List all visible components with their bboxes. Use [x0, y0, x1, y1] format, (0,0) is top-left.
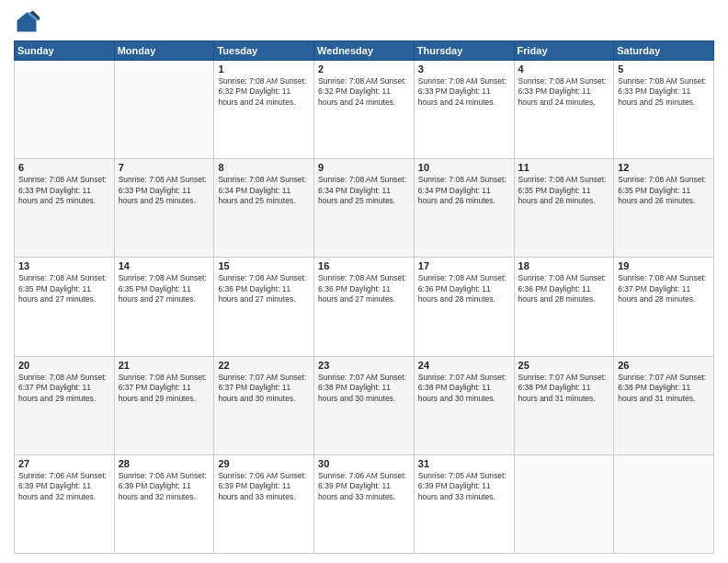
day-number: 29 — [218, 458, 310, 469]
calendar-cell: 7Sunrise: 7:08 AM Sunset: 6:33 PM Daylig… — [114, 159, 214, 258]
logo — [14, 9, 43, 35]
day-info: Sunrise: 7:08 AM Sunset: 6:33 PM Dayligh… — [518, 76, 610, 108]
weekday-header: Wednesday — [314, 41, 415, 61]
day-number: 24 — [418, 360, 510, 371]
day-number: 30 — [318, 458, 410, 469]
calendar-header-row: SundayMondayTuesdayWednesdayThursdayFrid… — [15, 41, 714, 61]
day-info: Sunrise: 7:07 AM Sunset: 6:38 PM Dayligh… — [518, 373, 610, 404]
calendar-cell: 30Sunrise: 7:06 AM Sunset: 6:39 PM Dayli… — [314, 454, 415, 553]
calendar-cell: 14Sunrise: 7:08 AM Sunset: 6:35 PM Dayli… — [114, 258, 214, 356]
calendar-cell: 31Sunrise: 7:05 AM Sunset: 6:39 PM Dayli… — [414, 454, 514, 553]
calendar-week-row: 1Sunrise: 7:08 AM Sunset: 6:32 PM Daylig… — [15, 61, 714, 159]
day-number: 1 — [218, 63, 310, 75]
weekday-header: Thursday — [414, 41, 514, 61]
calendar-cell: 20Sunrise: 7:08 AM Sunset: 6:37 PM Dayli… — [15, 356, 115, 454]
calendar-cell: 24Sunrise: 7:07 AM Sunset: 6:38 PM Dayli… — [414, 356, 514, 454]
calendar-cell: 17Sunrise: 7:08 AM Sunset: 6:36 PM Dayli… — [414, 258, 514, 356]
day-info: Sunrise: 7:06 AM Sunset: 6:39 PM Dayligh… — [119, 471, 210, 502]
calendar-cell: 5Sunrise: 7:08 AM Sunset: 6:33 PM Daylig… — [614, 61, 714, 159]
weekday-header: Tuesday — [214, 41, 314, 61]
day-number: 17 — [418, 260, 510, 271]
day-info: Sunrise: 7:08 AM Sunset: 6:32 PM Dayligh… — [318, 76, 410, 108]
day-number: 11 — [518, 162, 610, 173]
day-info: Sunrise: 7:07 AM Sunset: 6:37 PM Dayligh… — [218, 373, 310, 404]
weekday-header: Sunday — [15, 41, 115, 61]
calendar-cell: 3Sunrise: 7:08 AM Sunset: 6:33 PM Daylig… — [414, 61, 514, 159]
calendar-cell: 23Sunrise: 7:07 AM Sunset: 6:38 PM Dayli… — [314, 356, 415, 454]
day-info: Sunrise: 7:08 AM Sunset: 6:33 PM Dayligh… — [618, 76, 710, 108]
calendar-cell: 9Sunrise: 7:08 AM Sunset: 6:34 PM Daylig… — [314, 159, 415, 258]
day-number: 28 — [119, 458, 210, 469]
calendar-cell: 15Sunrise: 7:08 AM Sunset: 6:36 PM Dayli… — [214, 258, 314, 356]
day-number: 6 — [18, 162, 110, 173]
day-number: 13 — [18, 260, 110, 271]
calendar-week-row: 13Sunrise: 7:08 AM Sunset: 6:35 PM Dayli… — [15, 258, 714, 356]
calendar-cell: 18Sunrise: 7:08 AM Sunset: 6:36 PM Dayli… — [514, 258, 614, 356]
day-number: 10 — [418, 162, 510, 173]
calendar-cell — [614, 454, 714, 553]
day-info: Sunrise: 7:05 AM Sunset: 6:39 PM Dayligh… — [418, 471, 510, 502]
logo-icon — [14, 9, 40, 35]
calendar-week-row: 6Sunrise: 7:08 AM Sunset: 6:33 PM Daylig… — [15, 159, 714, 258]
day-number: 20 — [18, 360, 110, 371]
calendar-cell: 27Sunrise: 7:06 AM Sunset: 6:39 PM Dayli… — [15, 454, 115, 553]
day-info: Sunrise: 7:06 AM Sunset: 6:39 PM Dayligh… — [18, 471, 110, 502]
day-number: 23 — [318, 360, 410, 371]
calendar: SundayMondayTuesdayWednesdayThursdayFrid… — [14, 40, 714, 554]
day-info: Sunrise: 7:06 AM Sunset: 6:39 PM Dayligh… — [218, 471, 310, 502]
day-info: Sunrise: 7:07 AM Sunset: 6:38 PM Dayligh… — [618, 373, 710, 404]
day-info: Sunrise: 7:08 AM Sunset: 6:33 PM Dayligh… — [18, 175, 110, 206]
header — [14, 9, 714, 35]
day-number: 9 — [318, 162, 410, 173]
day-info: Sunrise: 7:08 AM Sunset: 6:33 PM Dayligh… — [119, 175, 210, 206]
day-number: 16 — [318, 260, 410, 271]
day-number: 25 — [518, 360, 610, 371]
day-number: 4 — [518, 63, 610, 75]
day-number: 15 — [218, 260, 310, 271]
calendar-cell: 11Sunrise: 7:08 AM Sunset: 6:35 PM Dayli… — [514, 159, 614, 258]
calendar-cell: 16Sunrise: 7:08 AM Sunset: 6:36 PM Dayli… — [314, 258, 415, 356]
calendar-cell — [114, 61, 214, 159]
calendar-cell: 29Sunrise: 7:06 AM Sunset: 6:39 PM Dayli… — [214, 454, 314, 553]
calendar-cell: 21Sunrise: 7:08 AM Sunset: 6:37 PM Dayli… — [114, 356, 214, 454]
day-info: Sunrise: 7:06 AM Sunset: 6:39 PM Dayligh… — [318, 471, 410, 502]
calendar-cell: 22Sunrise: 7:07 AM Sunset: 6:37 PM Dayli… — [214, 356, 314, 454]
day-info: Sunrise: 7:08 AM Sunset: 6:34 PM Dayligh… — [218, 175, 310, 206]
calendar-cell — [15, 61, 115, 159]
day-info: Sunrise: 7:08 AM Sunset: 6:35 PM Dayligh… — [518, 175, 610, 206]
day-number: 22 — [218, 360, 310, 371]
day-info: Sunrise: 7:08 AM Sunset: 6:37 PM Dayligh… — [119, 373, 210, 404]
day-number: 27 — [18, 458, 110, 469]
calendar-cell: 12Sunrise: 7:08 AM Sunset: 6:35 PM Dayli… — [614, 159, 714, 258]
calendar-cell: 28Sunrise: 7:06 AM Sunset: 6:39 PM Dayli… — [114, 454, 214, 553]
weekday-header: Saturday — [614, 41, 714, 61]
day-number: 3 — [418, 63, 510, 75]
day-number: 18 — [518, 260, 610, 271]
day-info: Sunrise: 7:08 AM Sunset: 6:37 PM Dayligh… — [618, 273, 710, 304]
day-info: Sunrise: 7:08 AM Sunset: 6:37 PM Dayligh… — [18, 373, 110, 404]
calendar-cell: 6Sunrise: 7:08 AM Sunset: 6:33 PM Daylig… — [15, 159, 115, 258]
calendar-cell: 10Sunrise: 7:08 AM Sunset: 6:34 PM Dayli… — [414, 159, 514, 258]
day-info: Sunrise: 7:08 AM Sunset: 6:32 PM Dayligh… — [218, 76, 310, 108]
calendar-cell: 19Sunrise: 7:08 AM Sunset: 6:37 PM Dayli… — [614, 258, 714, 356]
day-info: Sunrise: 7:08 AM Sunset: 6:36 PM Dayligh… — [218, 273, 310, 304]
day-number: 21 — [119, 360, 210, 371]
day-number: 26 — [618, 360, 710, 371]
day-number: 2 — [318, 63, 410, 75]
calendar-cell: 25Sunrise: 7:07 AM Sunset: 6:38 PM Dayli… — [514, 356, 614, 454]
weekday-header: Monday — [114, 41, 214, 61]
day-number: 19 — [618, 260, 710, 271]
day-info: Sunrise: 7:08 AM Sunset: 6:35 PM Dayligh… — [18, 273, 110, 304]
day-info: Sunrise: 7:08 AM Sunset: 6:36 PM Dayligh… — [518, 273, 610, 304]
calendar-cell: 4Sunrise: 7:08 AM Sunset: 6:33 PM Daylig… — [514, 61, 614, 159]
calendar-cell: 13Sunrise: 7:08 AM Sunset: 6:35 PM Dayli… — [15, 258, 115, 356]
day-number: 31 — [418, 458, 510, 469]
day-info: Sunrise: 7:08 AM Sunset: 6:36 PM Dayligh… — [418, 273, 510, 304]
calendar-cell: 26Sunrise: 7:07 AM Sunset: 6:38 PM Dayli… — [614, 356, 714, 454]
day-number: 14 — [119, 260, 210, 271]
day-info: Sunrise: 7:08 AM Sunset: 6:33 PM Dayligh… — [418, 76, 510, 108]
day-number: 7 — [119, 162, 210, 173]
calendar-week-row: 27Sunrise: 7:06 AM Sunset: 6:39 PM Dayli… — [15, 454, 714, 553]
day-info: Sunrise: 7:08 AM Sunset: 6:35 PM Dayligh… — [119, 273, 210, 304]
day-number: 12 — [618, 162, 710, 173]
